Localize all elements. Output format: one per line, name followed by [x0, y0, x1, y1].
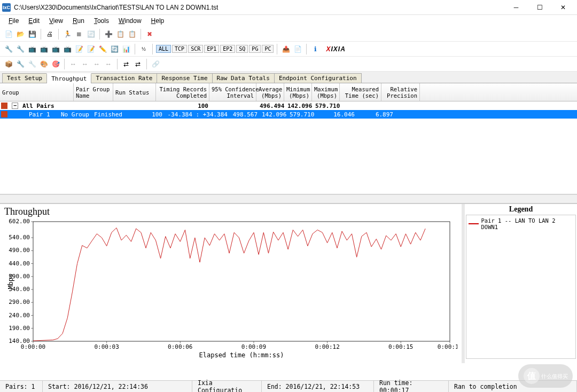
chart-pane: Throughput 140.00190.00240.00290.00340.0…: [0, 204, 465, 363]
m1-icon[interactable]: 📦: [3, 59, 14, 69]
v11-icon[interactable]: 📊: [121, 44, 131, 54]
tab-transaction-rate[interactable]: Transaction Rate: [91, 73, 157, 83]
tab-test-setup[interactable]: Test Setup: [2, 73, 47, 83]
new-icon[interactable]: 📄: [3, 29, 14, 40]
svg-text:0:00:09: 0:00:09: [241, 343, 266, 350]
titlebar: IxC C:\Users\X230\Documents\IxChariot\TE…: [0, 0, 577, 15]
all-pairs-label: All Pairs: [20, 103, 114, 109]
v7-icon[interactable]: 📝: [74, 44, 84, 54]
menu-help[interactable]: Help: [147, 16, 169, 26]
close-button[interactable]: ✕: [551, 0, 575, 15]
legend-line-icon: [469, 223, 479, 224]
menu-edit[interactable]: Edit: [24, 16, 44, 26]
v4-icon[interactable]: 📺: [38, 44, 49, 54]
sync-icon[interactable]: 🔄: [85, 29, 96, 40]
svg-text:0:00:00: 0:00:00: [21, 343, 45, 350]
v3-icon[interactable]: 📺: [27, 44, 37, 54]
svg-rect-0: [33, 222, 450, 341]
filter-ep2[interactable]: EP2: [220, 45, 235, 53]
filter-all[interactable]: ALL: [156, 45, 171, 53]
status-start: Start: 2016/12/21, 22:14:36: [43, 381, 192, 392]
col-average[interactable]: Average (Mbps): [256, 83, 284, 101]
collapse-icon[interactable]: −: [12, 103, 18, 109]
legend-item-pair1[interactable]: Pair 1 -- LAN TO LAN 2 DOWN1: [469, 217, 573, 230]
svg-text:190.00: 190.00: [9, 325, 30, 332]
watermark-icon: 值: [524, 368, 540, 384]
v2-icon[interactable]: 🔧: [15, 44, 26, 54]
col-pair-group-name[interactable]: Pair Group Name: [74, 83, 113, 101]
maximize-button[interactable]: ☐: [528, 0, 551, 15]
col-precision[interactable]: Relative Precision: [381, 83, 420, 101]
status-pairs: Pairs: 1: [0, 381, 43, 392]
v10-icon[interactable]: 🔄: [109, 44, 120, 54]
add-icon[interactable]: ➕: [103, 29, 114, 40]
pair1-min: 142.096: [260, 111, 287, 118]
m7-icon[interactable]: ↔: [80, 59, 90, 69]
row-all-pairs[interactable]: − All Pairs 100 496.494 142.096 579.710: [0, 101, 577, 110]
filter-sq[interactable]: SQ: [236, 45, 248, 53]
m10-icon[interactable]: ⇄: [121, 59, 131, 69]
tab-response-time[interactable]: Response Time: [157, 73, 212, 83]
m5-icon[interactable]: 🎯: [50, 59, 61, 69]
m12-icon[interactable]: 🔗: [150, 59, 161, 69]
menu-tools[interactable]: Tools: [90, 16, 113, 26]
hscroll[interactable]: [0, 194, 577, 203]
tab-endpoint-configuration[interactable]: Endpoint Configuration: [274, 73, 362, 83]
app-icon: IxC: [2, 3, 11, 12]
report-icon[interactable]: 📄: [292, 44, 303, 54]
m8-icon[interactable]: ↔: [91, 59, 102, 69]
m3-icon[interactable]: 🔧: [27, 59, 37, 69]
throughput-chart: 140.00190.00240.00290.00340.00390.00440.…: [4, 218, 457, 359]
filter-tcp[interactable]: TCP: [172, 45, 187, 53]
col-timing-records[interactable]: Timing Records Completed: [156, 83, 209, 101]
menu-view[interactable]: View: [45, 16, 67, 26]
m9-icon[interactable]: ↔: [103, 59, 114, 69]
pair1-label: Pair 1: [27, 111, 59, 118]
v9-icon[interactable]: ✏️: [97, 44, 108, 54]
filter-pg[interactable]: PG: [249, 45, 261, 53]
m6-icon[interactable]: ↔: [68, 59, 79, 69]
col-run-status[interactable]: Run Status: [113, 83, 156, 101]
v1-icon[interactable]: 🔧: [3, 44, 14, 54]
menu-file[interactable]: File: [4, 16, 23, 26]
legend-pane: Legend Pair 1 -- LAN TO LAN 2 DOWN1: [465, 204, 577, 363]
m4-icon[interactable]: 🎨: [38, 59, 49, 69]
tab-raw-data-totals[interactable]: Raw Data Totals: [212, 73, 275, 83]
open-icon[interactable]: 📂: [15, 29, 26, 40]
row-pair-1[interactable]: Pair 1 No Group Finished 100 -34.384 : +…: [0, 110, 577, 119]
menu-run[interactable]: Run: [68, 16, 89, 26]
copy-icon[interactable]: 📋: [115, 29, 126, 40]
col-maximum[interactable]: Maximum (Mbps): [312, 83, 340, 101]
filter-pc[interactable]: PC: [262, 45, 274, 53]
col-minimum[interactable]: Minimum (Mbps): [284, 83, 312, 101]
minimize-button[interactable]: ─: [504, 0, 528, 15]
v8-icon[interactable]: 📝: [85, 44, 96, 54]
pair1-meas: 16.046: [315, 111, 357, 118]
print-icon[interactable]: 🖨: [44, 29, 55, 40]
col-measured[interactable]: Measured Time (sec): [340, 83, 381, 101]
m2-icon[interactable]: 🔧: [15, 59, 26, 69]
svg-text:0:00:17: 0:00:17: [438, 343, 457, 350]
filter-scr[interactable]: SCR: [188, 45, 203, 53]
menu-window[interactable]: Window: [114, 16, 146, 26]
col-confidence[interactable]: 95% Confidence Interval: [209, 83, 256, 101]
export-icon[interactable]: 📤: [280, 44, 291, 54]
stop-icon[interactable]: ⏹: [74, 29, 84, 40]
toolbar-file: 📄 📂 💾 🖨 🏃 ⏹ 🔄 ➕ 📋 📋 ✖: [0, 27, 577, 42]
tab-throughput[interactable]: Throughput: [46, 73, 91, 83]
v12-icon[interactable]: ½: [138, 44, 149, 54]
filter-ep1[interactable]: EP1: [204, 45, 219, 53]
v5-icon[interactable]: 📺: [50, 44, 61, 54]
stop2-icon[interactable]: ✖: [144, 29, 155, 40]
ixia-logo: XIXIA: [326, 45, 345, 53]
col-group[interactable]: Group: [0, 83, 74, 101]
help-icon[interactable]: ℹ: [310, 44, 321, 54]
m11-icon[interactable]: ⇄: [132, 59, 143, 69]
v6-icon[interactable]: 📺: [62, 44, 73, 54]
save-icon[interactable]: 💾: [27, 29, 37, 40]
status-config: Ixia Configuratio: [192, 381, 262, 392]
run-icon[interactable]: 🏃: [62, 29, 73, 40]
menubar: File Edit View Run Tools Window Help: [0, 15, 577, 27]
paste-icon[interactable]: 📋: [127, 29, 137, 40]
svg-text:0:00:12: 0:00:12: [315, 343, 339, 350]
